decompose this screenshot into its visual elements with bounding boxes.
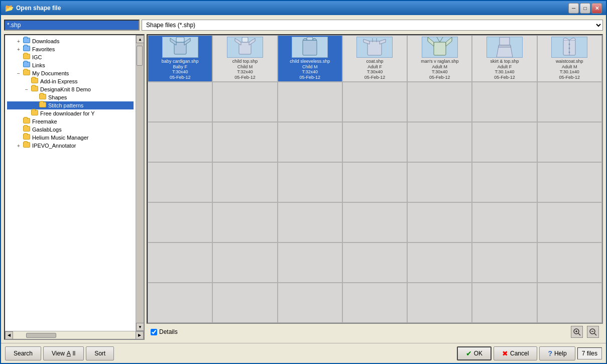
tree-label-freemake: Freemake	[32, 118, 57, 125]
file-cell-empty-6	[472, 82, 537, 122]
view-all-button[interactable]: View All	[43, 346, 84, 360]
file-cell-mans-raglan[interactable]: man's v raglan.shpAdult MT:30x4005-Feb-1…	[407, 35, 472, 82]
view-all-underline: A	[67, 350, 71, 357]
stitchpatterns-icon	[39, 102, 47, 109]
freedownloader-icon	[31, 110, 39, 117]
hscroll-thumb[interactable]	[26, 333, 56, 338]
left-panel: + Downloads + Favorites IGC	[4, 34, 145, 340]
svg-marker-17	[497, 46, 513, 57]
file-cell-empty-20	[472, 162, 537, 202]
file-cell-skirt-top[interactable]: skirt & top.shpAdult FT:30.1x4005-Feb-12	[472, 35, 537, 82]
cancel-button[interactable]: ✖ Cancel	[494, 346, 537, 360]
svg-rect-3	[176, 37, 184, 42]
tree-item-addinexpress[interactable]: Add-in Express	[7, 77, 134, 85]
filetype-select[interactable]: Shape files (*.shp)	[142, 20, 603, 31]
tree-item-ipevo[interactable]: + IPEVO_Annotator	[7, 142, 134, 150]
svg-point-22	[569, 47, 570, 49]
expand-igc	[15, 54, 22, 61]
expand-links	[15, 62, 22, 69]
file-cell-empty-25	[342, 202, 407, 242]
file-cell-empty-7	[537, 82, 602, 122]
expand-addinexpress	[23, 78, 30, 85]
file-cell-coat[interactable]: coat.shpAdult FT:30x4005-Feb-12	[342, 35, 407, 82]
file-cell-empty-37	[212, 283, 277, 323]
svg-marker-2	[184, 38, 190, 45]
svg-rect-8	[303, 40, 317, 55]
vscroll-thumb[interactable]	[137, 46, 143, 66]
svg-point-21	[569, 43, 570, 45]
svg-marker-6	[249, 38, 255, 45]
window-title: Open shape file	[16, 5, 568, 12]
igc-icon	[23, 54, 31, 61]
close-button[interactable]: ✕	[591, 3, 602, 14]
tree-item-freemake[interactable]: Freemake	[7, 117, 134, 126]
hscroll-left[interactable]: ◀	[5, 331, 13, 339]
tree-item-stitchpatterns[interactable]: Stitch patterns	[7, 101, 134, 109]
bottom-bar: Search View All Sort ✔ OK ✖ Cancel ? Hel…	[1, 343, 606, 363]
tree-item-designaknit[interactable]: − DesignaKnit 8 Demo	[7, 85, 134, 93]
mydocuments-icon	[23, 70, 31, 77]
minimize-button[interactable]: ─	[568, 3, 579, 14]
expand-downloads: +	[15, 38, 22, 45]
tree-item-shapes[interactable]: Shapes	[7, 93, 134, 101]
heliummusic-icon	[23, 134, 31, 141]
main-content: Shape files (*.shp) + Downloads +	[1, 15, 606, 343]
zoom-in-button[interactable]	[571, 326, 583, 338]
svg-marker-1	[170, 38, 176, 45]
tree-item-links[interactable]: Links	[7, 61, 134, 69]
file-cell-empty-10	[278, 122, 342, 162]
details-checkbox[interactable]	[151, 329, 157, 335]
tree-item-igc[interactable]: IGC	[7, 53, 134, 61]
file-label-coat: coat.shpAdult FT:30x4005-Feb-12	[365, 59, 386, 80]
svg-point-23	[569, 51, 570, 53]
file-cell-empty-3	[278, 82, 342, 122]
file-cell-child-top[interactable]: child top.shpChild MT:32x4005-Feb-12	[212, 35, 277, 82]
details-checkbox-label[interactable]: Details	[151, 328, 178, 335]
tree-label-gaslablogs: GaslabLogs	[32, 127, 62, 133]
search-button[interactable]: Search	[5, 346, 41, 360]
svg-rect-7	[242, 37, 248, 42]
svg-line-25	[578, 333, 580, 335]
view-all-label: View	[52, 350, 65, 357]
tree-item-gaslablogs[interactable]: GaslabLogs	[7, 126, 134, 134]
expand-freemake	[15, 118, 22, 125]
tree-item-favorites[interactable]: + Favorites	[7, 45, 134, 53]
downloads-icon	[23, 38, 31, 45]
file-cell-baby-cardigan[interactable]: baby cardigan.shpBaby FT:30x4005-Feb-12	[148, 35, 212, 82]
file-cell-child-sleeveless[interactable]: child sleeveless.shpChild MT:32x4005-Feb…	[278, 35, 342, 82]
hscroll-track	[21, 333, 128, 338]
svg-rect-9	[307, 37, 313, 40]
maximize-button[interactable]: □	[580, 3, 590, 14]
tree-item-downloads[interactable]: + Downloads	[7, 37, 134, 45]
tree-label-links: Links	[32, 62, 45, 68]
filename-input[interactable]	[4, 20, 140, 31]
tree-label-favorites: Favorites	[32, 46, 55, 52]
tree-label-heliummusic: Helium Music Manager	[32, 135, 88, 141]
file-cell-empty-4	[342, 82, 407, 122]
thumbnail-mans-raglan	[422, 37, 458, 58]
tree-label-igc: IGC	[32, 54, 42, 60]
tree-area[interactable]: + Downloads + Favorites IGC	[5, 35, 136, 331]
thumbnail-baby-cardigan	[162, 37, 198, 58]
file-cell-waistcoat[interactable]: waistcoat.shpAdult MT:30.1x4005-Feb-12	[537, 35, 602, 82]
tree-label-ipevo: IPEVO_Annotator	[32, 143, 76, 149]
file-cell-empty-27	[472, 202, 537, 242]
expand-gaslablogs	[15, 126, 22, 133]
hscroll-right[interactable]: ▶	[136, 331, 144, 339]
file-cell-empty-33	[407, 242, 472, 283]
vscroll-up[interactable]: ▲	[136, 35, 144, 43]
svg-marker-11	[363, 39, 370, 44]
favorites-icon	[23, 46, 31, 53]
tree-item-heliummusic[interactable]: Helium Music Manager	[7, 134, 134, 142]
sort-button[interactable]: Sort	[86, 346, 114, 360]
zoom-out-button[interactable]	[587, 326, 599, 338]
tree-item-mydocuments[interactable]: − My Documents	[7, 69, 134, 77]
tree-label-stitchpatterns: Stitch patterns	[48, 102, 83, 108]
file-label-baby-cardigan: baby cardigan.shpBaby FT:30x4005-Feb-12	[162, 59, 199, 80]
vertical-scrollbar[interactable]: ▲ ▼	[136, 35, 144, 331]
tree-item-freedownloader[interactable]: Free downloader for Y	[7, 109, 134, 117]
main-window: 📂 Open shape file ─ □ ✕ Shape files (*.s…	[0, 0, 607, 364]
help-button[interactable]: ? Help	[539, 346, 575, 360]
vscroll-down[interactable]: ▼	[136, 323, 144, 331]
ok-button[interactable]: ✔ OK	[457, 346, 492, 360]
